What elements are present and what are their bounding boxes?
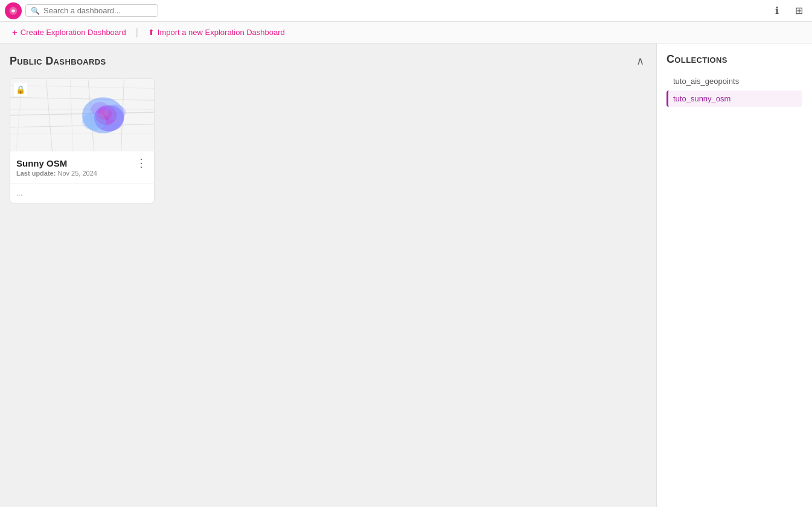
info-button[interactable]: ℹ — [769, 2, 785, 19]
cards-grid: 🔒 Sunny OSM ⋮ Last update: Nov 25, 2024 … — [10, 78, 647, 203]
action-divider: | — [136, 27, 138, 38]
info-icon: ℹ — [775, 5, 779, 16]
upload-icon: ⬆ — [148, 28, 155, 37]
section-toggle-button[interactable]: ∧ — [634, 53, 647, 69]
import-dashboard-button[interactable]: ⬆ Import a new Exploration Dashboard — [143, 26, 290, 39]
plus-icon: + — [12, 27, 18, 37]
grid-icon: ⊞ — [795, 5, 803, 16]
last-update-label: Last update: — [16, 170, 56, 177]
logo-button[interactable] — [5, 2, 22, 19]
last-update-date: Nov 25, 2024 — [57, 170, 97, 177]
card-footer-text: ... — [16, 189, 22, 197]
main-layout: Public dashboards ∧ — [0, 43, 812, 507]
card-footer: ... — [10, 183, 154, 203]
card-title: Sunny OSM — [16, 158, 67, 168]
topbar-icons: ℹ ⊞ — [769, 2, 807, 19]
grid-button[interactable]: ⊞ — [790, 2, 807, 19]
sidebar-title: Collections — [667, 53, 802, 66]
content-area: Public dashboards ∧ — [0, 43, 656, 507]
sidebar: Collections tuto_ais_geopoints tuto_sunn… — [656, 43, 812, 507]
actionbar: + Create Exploration Dashboard | ⬆ Impor… — [0, 22, 812, 43]
dashboard-card[interactable]: 🔒 Sunny OSM ⋮ Last update: Nov 25, 2024 … — [10, 78, 155, 203]
section-title: Public dashboards — [10, 55, 106, 68]
sidebar-item-tuto-ais-geopoints[interactable]: tuto_ais_geopoints — [667, 73, 802, 89]
card-date: Last update: Nov 25, 2024 — [16, 170, 148, 177]
search-wrapper: 🔍 — [25, 4, 158, 17]
create-dashboard-button[interactable]: + Create Exploration Dashboard — [7, 25, 131, 39]
search-input[interactable] — [43, 6, 146, 15]
import-label: Import a new Exploration Dashboard — [158, 28, 285, 37]
card-body: Sunny OSM ⋮ Last update: Nov 25, 2024 — [10, 151, 154, 180]
section-header: Public dashboards ∧ — [10, 53, 647, 69]
create-label: Create Exploration Dashboard — [21, 28, 126, 37]
topbar: 🔍 ℹ ⊞ — [0, 0, 812, 22]
card-menu-button[interactable]: ⋮ — [135, 158, 148, 168]
lock-icon: 🔒 — [14, 83, 27, 96]
card-thumbnail: 🔒 — [10, 79, 154, 151]
card-title-row: Sunny OSM ⋮ — [16, 158, 148, 168]
sidebar-item-label: tuto_sunny_osm — [673, 94, 730, 103]
sidebar-item-label: tuto_ais_geopoints — [673, 77, 739, 86]
svg-point-20 — [91, 102, 109, 116]
sidebar-item-tuto-sunny-osm[interactable]: tuto_sunny_osm — [667, 91, 802, 107]
search-icon: 🔍 — [31, 7, 40, 15]
